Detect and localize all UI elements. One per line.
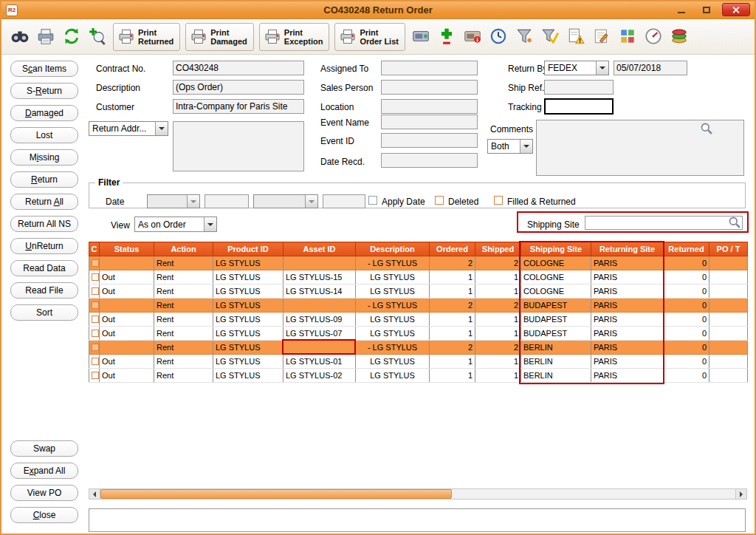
customer-field[interactable] <box>173 99 304 114</box>
scroll-right-arrow[interactable] <box>735 489 746 499</box>
return-addr-combo[interactable]: Return Addr... <box>89 121 168 136</box>
sidebar-button-return[interactable]: Return <box>10 171 78 188</box>
print-toolbar-button[interactable] <box>35 24 57 50</box>
column-header-returning-site[interactable]: Returning Site <box>591 242 664 256</box>
item-row[interactable]: OutRentLG STYLUSLG STYLUS-15LG STYLUS11C… <box>89 270 748 284</box>
ship-ref-field[interactable] <box>544 80 614 95</box>
print-returned-button[interactable]: PrintReturned <box>113 23 180 51</box>
return-by-combo[interactable]: FEDEX <box>544 61 609 75</box>
find-button[interactable] <box>9 24 31 50</box>
equipment-out-button[interactable] <box>410 24 432 50</box>
filter-apply-button[interactable] <box>539 24 561 50</box>
row-checkbox[interactable] <box>92 301 99 309</box>
row-checkbox[interactable] <box>92 358 99 365</box>
column-header-product-id[interactable]: Product ID <box>213 242 284 256</box>
sidebar-button-return-all[interactable]: Return All <box>10 194 78 210</box>
chevron-down-icon[interactable] <box>155 122 168 135</box>
chevron-down-icon[interactable] <box>305 195 317 208</box>
chevron-down-icon[interactable] <box>596 61 608 75</box>
exception-button[interactable] <box>565 24 587 50</box>
item-row[interactable]: OutRentLG STYLUSLG STYLUS-14LG STYLUS11C… <box>89 284 748 299</box>
refresh-button[interactable] <box>61 24 83 50</box>
event-id-field[interactable] <box>381 133 478 148</box>
sidebar-button-read-data[interactable]: Read Data <box>10 260 78 276</box>
print-order-list-button[interactable]: PrintOrder List <box>334 23 405 51</box>
location-field[interactable] <box>381 99 478 114</box>
shipping-site-search-input[interactable] <box>585 216 743 230</box>
scrollbar-thumb[interactable] <box>100 489 452 499</box>
filter-button[interactable] <box>513 24 535 50</box>
sidebar-button-return-all-ns[interactable]: Return All NS <box>10 216 78 232</box>
sidebar-button-view-po[interactable]: View PO <box>10 485 78 501</box>
row-checkbox[interactable] <box>92 273 99 281</box>
row-checkbox[interactable] <box>92 330 99 337</box>
scroll-left-arrow[interactable] <box>89 489 100 499</box>
sidebar-button-sort[interactable]: Sort <box>10 304 78 321</box>
comments-search-icon[interactable] <box>700 122 713 135</box>
sidebar-button-unreturn[interactable]: UnReturn <box>10 238 78 254</box>
sidebar-button-s-return[interactable]: S-Return <box>10 83 78 99</box>
return-by-date-field[interactable] <box>614 61 687 75</box>
row-checkbox[interactable] <box>92 344 99 351</box>
column-header-shipping-site[interactable]: Shipping Site <box>521 242 591 256</box>
column-header-asset-id[interactable]: Asset ID <box>284 242 356 256</box>
maximize-button[interactable] <box>697 3 716 16</box>
print-exception-button[interactable]: PrintException <box>259 23 330 51</box>
chevron-down-icon[interactable] <box>520 140 532 153</box>
disc-stack-button[interactable] <box>668 24 690 50</box>
dial-button[interactable] <box>642 24 664 50</box>
row-checkbox[interactable] <box>92 372 99 379</box>
sales-person-field[interactable] <box>381 80 478 95</box>
sidebar-button-swap[interactable]: Swap <box>10 440 78 457</box>
group-row[interactable]: RentLG STYLUS- LG STYLUS22BERLINPARIS0 <box>89 341 748 355</box>
sidebar-button-missing[interactable]: Missing <box>10 149 78 166</box>
filter-date-from-field[interactable] <box>205 194 249 208</box>
item-row[interactable]: OutRentLG STYLUSLG STYLUS-09LG STYLUS11B… <box>89 313 748 327</box>
equipment-info-button[interactable] <box>461 24 484 50</box>
filter-date-to-field[interactable] <box>323 194 365 208</box>
minimize-button[interactable] <box>672 3 691 16</box>
column-header-description[interactable]: Description <box>356 242 430 256</box>
column-header-status[interactable]: Status <box>100 242 154 256</box>
view-combo[interactable]: As on Order <box>134 217 217 232</box>
event-name-field[interactable] <box>381 115 478 129</box>
print-damaged-button[interactable]: PrintDamaged <box>185 23 254 51</box>
sidebar-button-lost[interactable]: Lost <box>10 127 78 143</box>
description-field[interactable] <box>173 80 304 95</box>
time-button[interactable] <box>487 24 509 50</box>
filter-date-type-combo[interactable] <box>147 194 200 208</box>
shipping-site-search-icon[interactable] <box>728 216 741 229</box>
group-row[interactable]: RentLG STYLUS- LG STYLUS22BUDAPESTPARIS0 <box>89 299 748 313</box>
chevron-down-icon[interactable] <box>187 195 199 208</box>
return-addr-textarea[interactable] <box>173 121 304 171</box>
horizontal-scrollbar[interactable] <box>89 488 747 500</box>
notes-button[interactable] <box>591 24 613 50</box>
column-header-returned[interactable]: Returned <box>664 242 709 256</box>
comments-mode-combo[interactable]: Both <box>487 139 533 154</box>
deleted-checkbox[interactable] <box>435 196 444 205</box>
row-checkbox[interactable] <box>92 287 99 295</box>
layout-button[interactable] <box>616 24 639 50</box>
column-header-shipped[interactable]: Shipped <box>475 242 521 256</box>
apply-date-checkbox[interactable] <box>368 196 377 205</box>
chevron-down-icon[interactable] <box>204 217 216 231</box>
assigned-to-field[interactable] <box>381 61 478 75</box>
sidebar-button-expand-all[interactable]: Expand All <box>10 463 78 479</box>
column-header-action[interactable]: Action <box>154 242 213 256</box>
tracking-field[interactable] <box>544 98 614 115</box>
date-recd-field[interactable] <box>381 153 478 168</box>
sidebar-button-close[interactable]: Close <box>10 507 78 523</box>
row-checkbox[interactable] <box>92 259 99 267</box>
filter-date-range-combo[interactable] <box>253 194 318 208</box>
group-row[interactable]: RentLG STYLUS- LG STYLUS22COLOGNEPARIS0 <box>89 256 748 270</box>
column-header-c[interactable]: C <box>89 242 100 256</box>
item-row[interactable]: OutRentLG STYLUSLG STYLUS-02LG STYLUS11B… <box>89 369 748 383</box>
row-checkbox[interactable] <box>92 316 99 323</box>
contract-no-field[interactable] <box>173 61 304 75</box>
sidebar-button-read-file[interactable]: Read File <box>10 282 78 299</box>
column-header-ordered[interactable]: Ordered <box>430 242 475 256</box>
add-search-button[interactable] <box>86 24 109 50</box>
item-row[interactable]: OutRentLG STYLUSLG STYLUS-01LG STYLUS11B… <box>89 355 748 369</box>
column-header-po-t[interactable]: PO / T <box>709 242 748 256</box>
item-row[interactable]: OutRentLG STYLUSLG STYLUS-07LG STYLUS11B… <box>89 327 748 341</box>
